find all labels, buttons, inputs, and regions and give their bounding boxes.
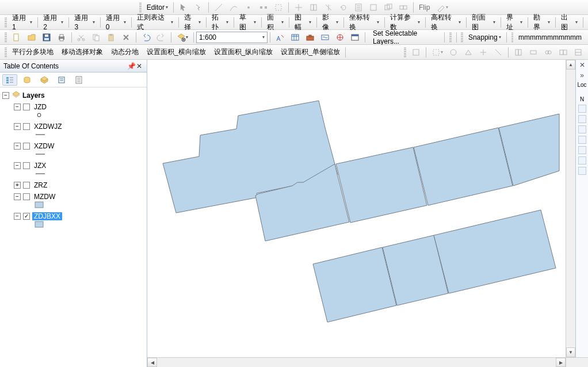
dock-icon-6[interactable]: [578, 156, 586, 165]
layer-checkbox[interactable]: [23, 104, 30, 110]
reshape-tool-icon[interactable]: [291, 2, 306, 13]
toolbar-grip[interactable]: [404, 48, 406, 57]
dock-icon-5[interactable]: [578, 146, 586, 154]
menu-出图[interactable]: 出图▾: [558, 17, 581, 28]
vertical-scrollbar[interactable]: ▲ ▼: [566, 60, 575, 357]
menu-正则表达式[interactable]: 正则表达式▾: [134, 17, 177, 28]
expand-toggle[interactable]: −: [14, 213, 21, 220]
layer-label[interactable]: XZDW: [32, 142, 56, 150]
cmd-设置面积_横向缩放[interactable]: 设置面积_横向缩放: [144, 47, 209, 58]
dock-icon-2[interactable]: [578, 115, 586, 123]
menu-高程转换[interactable]: 高程转换▾: [428, 17, 464, 28]
mm-menu[interactable]: mmmmmmmmmmm: [516, 32, 586, 43]
menu-通用1[interactable]: 通用1▾: [9, 17, 35, 28]
toolbar-grip[interactable]: [139, 3, 142, 12]
geo-tool-3-icon[interactable]: [446, 47, 461, 58]
dock-icon-7[interactable]: [578, 167, 586, 175]
menu-勘界[interactable]: 勘界▾: [530, 17, 553, 28]
layer-checkbox[interactable]: [23, 143, 30, 150]
edit-tool-arrow-icon[interactable]: [191, 2, 206, 13]
menu-通用0[interactable]: 通用0▾: [103, 17, 129, 28]
new-doc-icon[interactable]: [9, 32, 24, 43]
menu-选择[interactable]: 选择▾: [181, 17, 204, 28]
arc-tool-icon[interactable]: [226, 2, 241, 13]
geo-tool-7-icon[interactable]: [511, 47, 526, 58]
layers-root-label[interactable]: Layers: [21, 91, 47, 100]
layer-label[interactable]: JZD: [32, 103, 48, 111]
save-icon[interactable]: [39, 32, 54, 43]
layer-checkbox[interactable]: ✓: [23, 213, 30, 220]
expand-toggle[interactable]: −: [14, 143, 21, 150]
geo-tool-9-icon[interactable]: [541, 47, 556, 58]
expand-toggle[interactable]: −: [14, 123, 21, 130]
merge-tool-icon[interactable]: [396, 2, 411, 13]
cmd-设置面积_纵向缩放[interactable]: 设置面积_纵向缩放: [211, 47, 276, 58]
line-tool-icon[interactable]: [211, 2, 226, 13]
python-icon[interactable]: [318, 32, 333, 43]
copy-icon[interactable]: [89, 32, 104, 43]
close-icon[interactable]: ✕: [579, 61, 585, 69]
map-canvas[interactable]: [147, 60, 566, 357]
toolbar-grip[interactable]: [5, 18, 7, 27]
layer-label[interactable]: XZDWJZ: [32, 123, 64, 131]
editor-menu[interactable]: Editor▾: [144, 2, 171, 13]
list-by-visibility-icon[interactable]: [37, 74, 52, 86]
sketch-props-icon[interactable]: [366, 2, 381, 13]
layer-label[interactable]: ZDJBXX: [32, 212, 62, 220]
map-polygon[interactable]: [434, 210, 556, 293]
layer-checkbox[interactable]: [23, 162, 30, 169]
layer-label[interactable]: ZRZ: [32, 181, 49, 189]
layer-checkbox[interactable]: [23, 123, 30, 130]
cmd-移动选择对象[interactable]: 移动选择对象: [59, 47, 106, 58]
menu-图幅[interactable]: 图幅▾: [292, 17, 314, 28]
dock-icon-1[interactable]: [578, 105, 586, 113]
paste-icon[interactable]: [104, 32, 119, 43]
list-by-selection-icon[interactable]: [54, 74, 69, 86]
more-tools-icon[interactable]: ▾: [434, 2, 451, 13]
window-icon[interactable]: [348, 32, 362, 43]
layer-label[interactable]: JZX: [32, 162, 48, 170]
pin-icon[interactable]: 📌: [127, 62, 135, 70]
cmd-动态分地[interactable]: 动态分地: [108, 47, 142, 58]
expand-toggle[interactable]: −: [2, 92, 9, 99]
map-polygon[interactable]: [336, 147, 427, 223]
expand-toggle[interactable]: −: [14, 104, 21, 110]
toolbar-grip[interactable]: [511, 33, 514, 42]
toolbox-icon[interactable]: [303, 32, 318, 43]
menu-影像[interactable]: 影像▾: [319, 17, 342, 28]
snapping-menu[interactable]: Snapping▾: [465, 32, 504, 43]
cut-icon[interactable]: [74, 32, 89, 43]
menu-通用2[interactable]: 通用2▾: [40, 17, 66, 28]
map-polygon[interactable]: [414, 128, 513, 205]
menu-计算参数[interactable]: 计算参数▾: [387, 17, 423, 28]
geo-tool-4-icon[interactable]: [461, 47, 476, 58]
redo-icon[interactable]: [154, 32, 169, 43]
menu-拓扑[interactable]: 拓扑▾: [209, 17, 231, 28]
horizontal-scrollbar[interactable]: ◀ ▶: [147, 357, 588, 367]
geo-tool-6-icon[interactable]: [491, 47, 506, 58]
map-polygon[interactable]: [313, 247, 396, 322]
dock-icon-3[interactable]: [578, 125, 586, 133]
scroll-left-icon[interactable]: ◀: [147, 358, 157, 367]
close-icon[interactable]: ✕: [135, 62, 143, 70]
menu-草图[interactable]: 草图▾: [236, 17, 259, 28]
undo-icon[interactable]: [139, 32, 154, 43]
list-by-drawing-order-icon[interactable]: [2, 74, 17, 86]
open-icon[interactable]: [24, 32, 39, 43]
dock-icon-4[interactable]: [578, 136, 586, 144]
editor-toolbar-icon[interactable]: [273, 32, 288, 43]
expand-toggle[interactable]: +: [14, 182, 21, 189]
layer-label[interactable]: MZDW: [32, 193, 57, 201]
attributes-icon[interactable]: [351, 2, 366, 13]
geo-tool-10-icon[interactable]: [556, 47, 571, 58]
cmd-平行分多块地[interactable]: 平行分多块地: [9, 47, 56, 58]
toolbar-grip[interactable]: [461, 33, 463, 42]
scroll-up-icon[interactable]: ▲: [566, 60, 575, 70]
flip-menu[interactable]: Flip: [416, 2, 434, 13]
menu-剖面图[interactable]: 剖面图▾: [469, 17, 498, 28]
toc-options-icon[interactable]: [71, 74, 86, 86]
scroll-right-icon[interactable]: ▶: [556, 358, 566, 367]
menu-坐标转换[interactable]: 坐标转换▾: [346, 17, 382, 28]
rotate-tool-icon[interactable]: [336, 2, 351, 13]
list-by-source-icon[interactable]: [20, 74, 35, 86]
